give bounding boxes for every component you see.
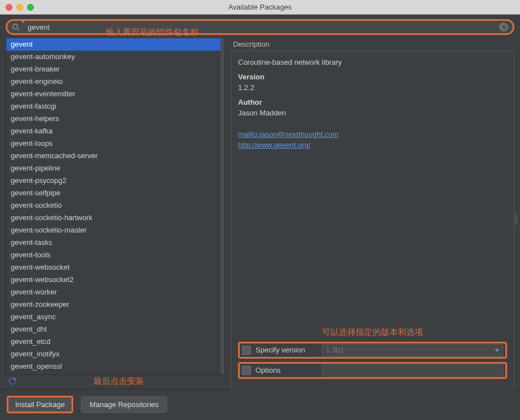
annotation-version: 可以选择指定的版本和选项 xyxy=(238,326,507,339)
list-item[interactable]: gevent_dht xyxy=(6,323,225,336)
list-item[interactable]: gevent-websocket xyxy=(6,261,225,274)
search-input[interactable] xyxy=(25,22,499,33)
footer: Install Package Manage Repositories xyxy=(0,388,520,420)
version-label: Version xyxy=(238,72,507,83)
list-item[interactable]: gevent-helpers xyxy=(6,113,225,125)
specify-version-label: Specify version xyxy=(255,345,317,356)
clear-search-icon[interactable]: ✕ xyxy=(499,23,508,32)
options-row: Options xyxy=(238,362,507,379)
scrollbar-thumb[interactable] xyxy=(514,215,518,225)
specify-version-checkbox[interactable] xyxy=(242,346,251,355)
list-item[interactable]: gevent-tools xyxy=(6,249,225,261)
list-item[interactable]: gevent-engineio xyxy=(6,75,225,88)
description-link[interactable]: http://www.gevent.org/ xyxy=(238,141,311,149)
list-item[interactable]: gevent-automonkey xyxy=(6,51,225,63)
list-item[interactable]: gevent-eventemitter xyxy=(6,88,225,100)
description-link[interactable]: mailto:jason@nextthought.com xyxy=(238,130,339,138)
specify-version-row: Specify version 1.3b1 xyxy=(238,342,507,359)
list-item[interactable]: gevent_inotifyx xyxy=(6,348,225,360)
refresh-icon[interactable] xyxy=(8,377,17,387)
manage-repositories-button[interactable]: Manage Repositories xyxy=(81,396,167,413)
search-icon xyxy=(12,23,20,31)
version-value: 1.2.2 xyxy=(238,82,507,93)
list-item[interactable]: gevent-zookeeper xyxy=(6,298,225,311)
list-item[interactable]: gevent-socketio-master xyxy=(6,224,225,236)
author-label: Author xyxy=(238,97,507,108)
list-item[interactable]: gevent-loops xyxy=(6,137,225,150)
list-item[interactable]: gevent-socketio xyxy=(6,199,225,212)
list-item[interactable]: gevent_openssl xyxy=(6,360,225,373)
options-checkbox[interactable] xyxy=(242,366,251,375)
list-item[interactable]: gevent-memcached-server xyxy=(6,150,225,162)
list-item[interactable]: gevent-kafka xyxy=(6,125,225,137)
options-label: Options xyxy=(255,365,317,376)
list-item[interactable]: gevent-socketio-hartwork xyxy=(6,212,225,224)
list-item[interactable]: gevent-pipeline xyxy=(6,162,225,175)
list-item[interactable]: gevent-fastcgi xyxy=(6,100,225,113)
options-input[interactable] xyxy=(322,364,503,377)
specify-version-value: 1.3b1 xyxy=(326,345,344,356)
list-item[interactable]: gevent xyxy=(6,38,225,51)
search-filter-caret[interactable] xyxy=(21,23,25,32)
description-header: Description xyxy=(231,38,514,51)
list-item[interactable]: gevent-websocket2 xyxy=(6,274,225,286)
list-item[interactable]: gevent-psycopg2 xyxy=(6,175,225,187)
list-item[interactable]: gevent-selfpipe xyxy=(6,187,225,199)
svg-line-1 xyxy=(17,29,20,31)
specify-version-select[interactable]: 1.3b1 xyxy=(322,344,503,356)
package-list[interactable]: geventgevent-automonkeygevent-breakergev… xyxy=(6,38,225,375)
svg-point-0 xyxy=(13,24,18,29)
search-field-wrap: ✕ xyxy=(6,19,514,35)
window-title: Available Packages xyxy=(0,3,520,11)
description-panel: Coroutine-based network library Version … xyxy=(231,51,514,388)
list-item[interactable]: gevent-tasks xyxy=(6,236,225,249)
list-item[interactable]: gevent-worker xyxy=(6,286,225,298)
list-item[interactable]: gevent-breaker xyxy=(6,63,225,75)
description-summary: Coroutine-based network library xyxy=(238,57,507,68)
annotation-install: 最后点击安装 xyxy=(93,376,144,387)
list-item[interactable]: gevent_etcd xyxy=(6,336,225,348)
author-value: Jason Madden xyxy=(238,108,507,119)
chevron-down-icon xyxy=(495,349,499,352)
list-item[interactable]: gevent_async xyxy=(6,311,225,323)
install-package-button[interactable]: Install Package xyxy=(7,396,73,413)
search-row: ✕ 输入要安装的软件包名称 xyxy=(0,15,520,38)
titlebar: Available Packages xyxy=(0,0,520,15)
